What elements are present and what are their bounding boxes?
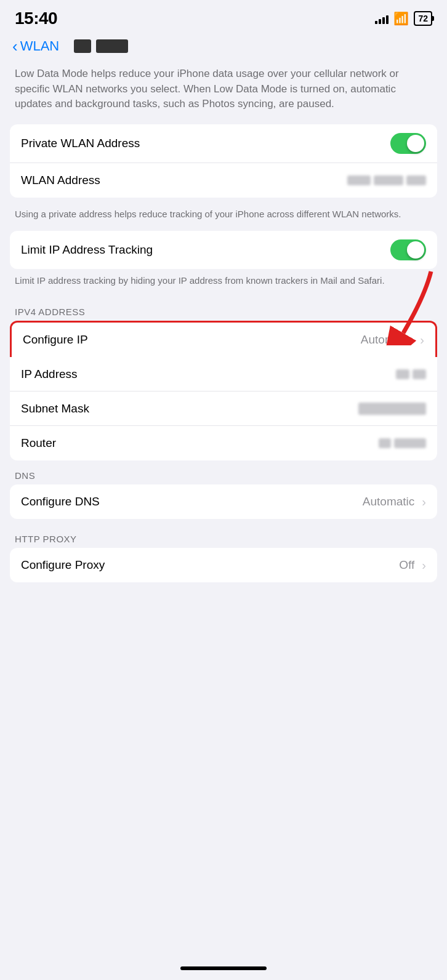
wifi-icon: 📶 [393, 11, 409, 26]
router-label: Router [21, 436, 56, 450]
dns-section-header: DNS [10, 460, 437, 484]
low-data-mode-description: Low Data Mode helps reduce your iPhone d… [10, 62, 437, 124]
configure-ip-chevron-icon: › [420, 333, 424, 347]
home-indicator [180, 966, 267, 970]
nav-block-1 [74, 39, 91, 53]
signal-bars-icon [375, 13, 389, 24]
status-icons: 📶 72 [375, 11, 432, 26]
configure-ip-value: Automatic [361, 333, 413, 347]
configure-ip-right: Automatic › [361, 333, 424, 347]
configure-ip-label: Configure IP [23, 333, 88, 347]
http-proxy-section-header: HTTP PROXY [10, 524, 437, 548]
nav-block-2 [96, 39, 128, 53]
configure-proxy-right: Off › [399, 558, 426, 572]
configure-ip-row[interactable]: Configure IP Automatic › [12, 323, 435, 357]
configure-proxy-value: Off [399, 558, 414, 572]
subnet-mask-label: Subnet Mask [21, 402, 89, 416]
configure-proxy-chevron-icon: › [422, 558, 426, 572]
http-proxy-card: Configure Proxy Off › [10, 548, 437, 582]
private-wlan-toggle[interactable] [390, 133, 426, 154]
configure-proxy-label: Configure Proxy [21, 558, 105, 572]
status-time: 15:40 [15, 9, 57, 28]
configure-proxy-row[interactable]: Configure Proxy Off › [10, 548, 437, 582]
page-content: Low Data Mode helps reduce your iPhone d… [0, 62, 447, 582]
limit-ip-description: Limit IP address tracking by hiding your… [10, 269, 437, 297]
wlan-address-label: WLAN Address [21, 174, 100, 187]
router-row: Router [10, 426, 437, 460]
back-chevron-icon: ‹ [12, 38, 18, 54]
battery-icon: 72 [414, 11, 432, 26]
ipv4-wrapper: Configure IP Automatic › IP Address Subn… [10, 321, 437, 460]
ipv4-remaining-card: IP Address Subnet Mask Router [10, 357, 437, 460]
limit-ip-row: Limit IP Address Tracking [10, 231, 437, 269]
ipv4-section-header: IPV4 ADDRESS [10, 297, 437, 321]
subnet-mask-value [358, 403, 426, 415]
limit-ip-card: Limit IP Address Tracking [10, 231, 437, 269]
configure-dns-chevron-icon: › [422, 495, 426, 509]
status-bar: 15:40 📶 72 [0, 0, 447, 33]
back-label: WLAN [20, 38, 60, 54]
ip-address-row: IP Address [10, 357, 437, 392]
battery-level: 72 [418, 14, 428, 23]
dns-card: Configure DNS Automatic › [10, 484, 437, 519]
limit-ip-label: Limit IP Address Tracking [21, 243, 153, 257]
subnet-mask-row: Subnet Mask [10, 392, 437, 426]
ip-address-value [396, 369, 426, 379]
router-value [379, 438, 426, 448]
nav-bar: ‹ WLAN [0, 33, 447, 62]
configure-dns-value: Automatic [363, 495, 414, 508]
private-wlan-label: Private WLAN Address [21, 137, 140, 150]
ip-address-label: IP Address [21, 367, 78, 381]
nav-title-blocks [74, 39, 128, 53]
private-wlan-row: Private WLAN Address [10, 124, 437, 163]
private-wlan-card: Private WLAN Address WLAN Address [10, 124, 437, 198]
limit-ip-toggle[interactable] [390, 239, 426, 260]
configure-dns-label: Configure DNS [21, 495, 100, 508]
configure-ip-card: Configure IP Automatic › [10, 321, 437, 357]
wlan-address-row: WLAN Address [10, 163, 437, 198]
configure-dns-right: Automatic › [363, 495, 426, 509]
configure-dns-row[interactable]: Configure DNS Automatic › [10, 484, 437, 519]
private-address-description: Using a private address helps reduce tra… [10, 203, 437, 231]
back-button[interactable]: ‹ WLAN [12, 38, 59, 54]
wlan-address-value [347, 175, 426, 185]
